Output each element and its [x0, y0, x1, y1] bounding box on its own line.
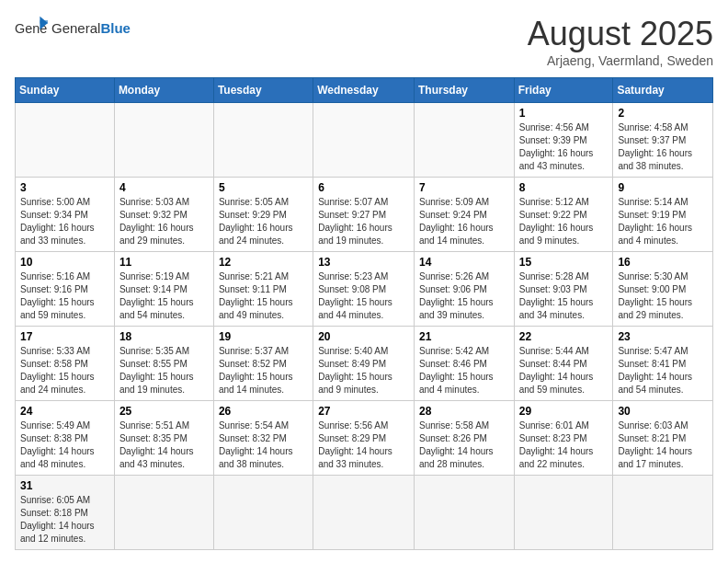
day-info: Sunrise: 5:07 AM Sunset: 9:27 PM Dayligh… [318, 196, 409, 247]
day-number: 21 [419, 330, 509, 343]
weekday-header-tuesday: Tuesday [213, 78, 313, 103]
day-info: Sunrise: 5:21 AM Sunset: 9:11 PM Dayligh… [219, 270, 308, 322]
calendar-cell: 14Sunrise: 5:26 AM Sunset: 9:06 PM Dayli… [414, 252, 514, 327]
day-info: Sunrise: 5:47 AM Sunset: 8:41 PM Dayligh… [618, 345, 708, 396]
calendar-week-row: 17Sunrise: 5:33 AM Sunset: 8:58 PM Dayli… [16, 327, 713, 401]
weekday-header-friday: Friday [514, 78, 613, 103]
calendar-cell [613, 476, 713, 550]
day-number: 9 [618, 181, 708, 194]
calendar-cell [114, 476, 213, 550]
calendar-week-row: 10Sunrise: 5:16 AM Sunset: 9:16 PM Dayli… [16, 252, 713, 327]
day-number: 17 [20, 330, 109, 343]
day-info: Sunrise: 5:09 AM Sunset: 9:24 PM Dayligh… [419, 196, 509, 247]
calendar-cell: 10Sunrise: 5:16 AM Sunset: 9:16 PM Dayli… [16, 252, 115, 327]
calendar-cell: 16Sunrise: 5:30 AM Sunset: 9:00 PM Dayli… [613, 252, 713, 327]
calendar-cell: 8Sunrise: 5:12 AM Sunset: 9:22 PM Daylig… [514, 178, 613, 252]
calendar-cell [114, 103, 213, 178]
calendar-cell: 29Sunrise: 6:01 AM Sunset: 8:23 PM Dayli… [514, 401, 613, 476]
calendar-cell: 31Sunrise: 6:05 AM Sunset: 8:18 PM Dayli… [16, 476, 115, 550]
calendar-cell: 22Sunrise: 5:44 AM Sunset: 8:44 PM Dayli… [514, 327, 613, 401]
day-number: 23 [618, 330, 708, 343]
calendar-cell: 1Sunrise: 4:56 AM Sunset: 9:39 PM Daylig… [514, 103, 613, 178]
day-info: Sunrise: 5:44 AM Sunset: 8:44 PM Dayligh… [519, 345, 609, 396]
day-info: Sunrise: 5:12 AM Sunset: 9:22 PM Dayligh… [519, 196, 609, 247]
weekday-header-wednesday: Wednesday [313, 78, 415, 103]
day-info: Sunrise: 4:58 AM Sunset: 9:37 PM Dayligh… [618, 121, 708, 173]
calendar-cell: 4Sunrise: 5:03 AM Sunset: 9:32 PM Daylig… [114, 178, 213, 252]
calendar-cell [313, 476, 415, 550]
calendar-cell [514, 476, 613, 550]
page-header: General GeneralBlue August 2025 Arjaeng,… [15, 15, 713, 68]
day-number: 26 [219, 405, 308, 418]
logo-icon: General [15, 15, 48, 40]
day-info: Sunrise: 5:00 AM Sunset: 9:34 PM Dayligh… [20, 196, 109, 247]
day-number: 8 [519, 181, 609, 194]
day-number: 25 [119, 405, 209, 418]
day-number: 22 [519, 330, 609, 343]
calendar-cell: 20Sunrise: 5:40 AM Sunset: 8:49 PM Dayli… [313, 327, 415, 401]
day-info: Sunrise: 5:30 AM Sunset: 9:00 PM Dayligh… [618, 270, 708, 322]
calendar-week-row: 1Sunrise: 4:56 AM Sunset: 9:39 PM Daylig… [16, 103, 713, 178]
svg-rect-2 [40, 20, 48, 24]
calendar-cell: 21Sunrise: 5:42 AM Sunset: 8:46 PM Dayli… [414, 327, 514, 401]
day-number: 14 [419, 256, 509, 269]
day-number: 24 [20, 405, 109, 418]
day-number: 13 [318, 256, 409, 269]
calendar-week-row: 31Sunrise: 6:05 AM Sunset: 8:18 PM Dayli… [16, 476, 713, 550]
day-number: 30 [618, 405, 708, 418]
calendar-cell [213, 103, 313, 178]
day-number: 6 [318, 181, 409, 194]
day-info: Sunrise: 5:33 AM Sunset: 8:58 PM Dayligh… [20, 345, 109, 396]
weekday-header-saturday: Saturday [613, 78, 713, 103]
day-number: 3 [20, 181, 109, 194]
day-info: Sunrise: 4:56 AM Sunset: 9:39 PM Dayligh… [519, 121, 609, 173]
logo: General GeneralBlue [15, 15, 131, 40]
day-info: Sunrise: 5:28 AM Sunset: 9:03 PM Dayligh… [519, 270, 609, 322]
calendar-cell: 28Sunrise: 5:58 AM Sunset: 8:26 PM Dayli… [414, 401, 514, 476]
day-number: 1 [519, 107, 609, 120]
weekday-header-row: SundayMondayTuesdayWednesdayThursdayFrid… [16, 78, 713, 103]
calendar-cell: 12Sunrise: 5:21 AM Sunset: 9:11 PM Dayli… [213, 252, 313, 327]
day-info: Sunrise: 5:14 AM Sunset: 9:19 PM Dayligh… [618, 196, 708, 247]
day-info: Sunrise: 5:05 AM Sunset: 9:29 PM Dayligh… [219, 196, 308, 247]
day-number: 5 [219, 181, 308, 194]
calendar-cell: 18Sunrise: 5:35 AM Sunset: 8:55 PM Dayli… [114, 327, 213, 401]
weekday-header-sunday: Sunday [16, 78, 115, 103]
day-info: Sunrise: 5:51 AM Sunset: 8:35 PM Dayligh… [119, 419, 209, 471]
calendar-cell [213, 476, 313, 550]
location-subtitle: Arjaeng, Vaermland, Sweden [528, 53, 713, 68]
calendar-cell: 3Sunrise: 5:00 AM Sunset: 9:34 PM Daylig… [16, 178, 115, 252]
weekday-header-monday: Monday [114, 78, 213, 103]
day-info: Sunrise: 5:56 AM Sunset: 8:29 PM Dayligh… [318, 419, 409, 471]
calendar-cell [16, 103, 115, 178]
calendar-cell: 30Sunrise: 6:03 AM Sunset: 8:21 PM Dayli… [613, 401, 713, 476]
calendar-cell: 17Sunrise: 5:33 AM Sunset: 8:58 PM Dayli… [16, 327, 115, 401]
calendar-week-row: 3Sunrise: 5:00 AM Sunset: 9:34 PM Daylig… [16, 178, 713, 252]
calendar-week-row: 24Sunrise: 5:49 AM Sunset: 8:38 PM Dayli… [16, 401, 713, 476]
day-number: 20 [318, 330, 409, 343]
day-number: 7 [419, 181, 509, 194]
day-number: 16 [618, 256, 708, 269]
day-number: 2 [618, 107, 708, 120]
calendar-cell: 23Sunrise: 5:47 AM Sunset: 8:41 PM Dayli… [613, 327, 713, 401]
day-info: Sunrise: 5:49 AM Sunset: 8:38 PM Dayligh… [20, 419, 109, 471]
title-area: August 2025 Arjaeng, Vaermland, Sweden [528, 15, 713, 68]
day-number: 18 [119, 330, 209, 343]
month-year-title: August 2025 [528, 15, 713, 53]
calendar-cell: 9Sunrise: 5:14 AM Sunset: 9:19 PM Daylig… [613, 178, 713, 252]
day-number: 28 [419, 405, 509, 418]
day-number: 19 [219, 330, 308, 343]
calendar-cell: 6Sunrise: 5:07 AM Sunset: 9:27 PM Daylig… [313, 178, 415, 252]
calendar-cell [414, 103, 514, 178]
day-info: Sunrise: 5:16 AM Sunset: 9:16 PM Dayligh… [20, 270, 109, 322]
day-number: 31 [20, 479, 109, 492]
calendar-cell: 24Sunrise: 5:49 AM Sunset: 8:38 PM Dayli… [16, 401, 115, 476]
day-info: Sunrise: 5:26 AM Sunset: 9:06 PM Dayligh… [419, 270, 509, 322]
calendar-cell: 2Sunrise: 4:58 AM Sunset: 9:37 PM Daylig… [613, 103, 713, 178]
calendar-cell: 27Sunrise: 5:56 AM Sunset: 8:29 PM Dayli… [313, 401, 415, 476]
calendar-cell: 5Sunrise: 5:05 AM Sunset: 9:29 PM Daylig… [213, 178, 313, 252]
calendar-cell: 19Sunrise: 5:37 AM Sunset: 8:52 PM Dayli… [213, 327, 313, 401]
day-number: 4 [119, 181, 209, 194]
day-info: Sunrise: 5:37 AM Sunset: 8:52 PM Dayligh… [219, 345, 308, 396]
calendar-cell: 25Sunrise: 5:51 AM Sunset: 8:35 PM Dayli… [114, 401, 213, 476]
